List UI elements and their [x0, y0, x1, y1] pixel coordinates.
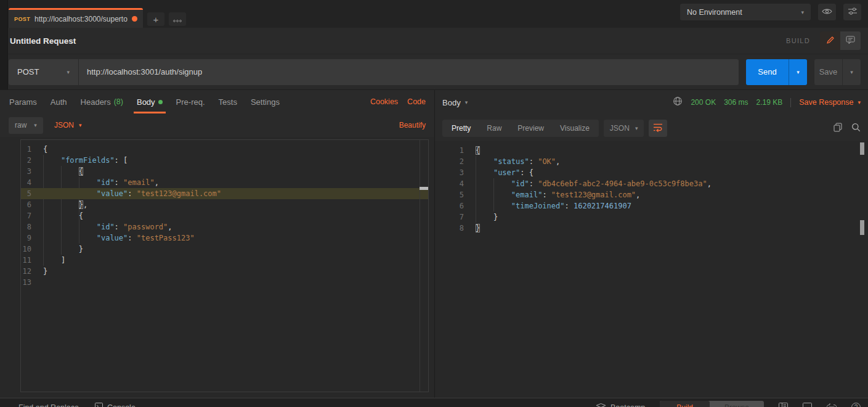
tab-tests[interactable]: Tests	[216, 90, 240, 113]
environment-selector[interactable]: No Environment ▾	[680, 4, 811, 20]
divider	[790, 98, 791, 107]
beautify-link[interactable]: Beautify	[399, 121, 426, 130]
unsaved-changes-dot	[132, 16, 137, 22]
view-tab-visualize[interactable]: Visualize	[552, 120, 598, 137]
code-line[interactable]: 9 "value": "testPass123"	[21, 232, 428, 244]
line-number: 7	[435, 212, 464, 223]
send-button[interactable]: Send	[746, 59, 789, 85]
method-selected-label: POST	[17, 67, 39, 76]
view-tab-preview[interactable]: Preview	[509, 120, 552, 137]
tab-params[interactable]: Params	[6, 90, 40, 113]
save-button[interactable]: Save	[814, 59, 842, 85]
code-line[interactable]: 1{	[435, 145, 868, 156]
line-number: 6	[21, 199, 31, 210]
request-tab[interactable]: POST http://localhost:3000/supertok...	[9, 8, 143, 28]
code-line[interactable]: 11 ]	[21, 255, 428, 266]
code-line[interactable]: 8}	[435, 223, 868, 234]
keyboard-shortcuts-button[interactable]	[827, 403, 837, 407]
code-line[interactable]: 7 {	[21, 210, 428, 221]
tab-headers[interactable]: Headers(8)	[78, 90, 126, 113]
request-tab-title: http://localhost:3000/supertok...	[34, 15, 128, 23]
request-name[interactable]: Untitled Request	[10, 36, 76, 46]
environment-quick-look-button[interactable]	[818, 4, 836, 20]
edit-mode-button[interactable]	[820, 31, 840, 50]
code-line[interactable]: 2 "status": "OK",	[435, 156, 868, 167]
response-size-badge[interactable]: 2.19 KB	[756, 98, 783, 107]
body-format-selector[interactable]: JSON ▾	[54, 121, 82, 130]
body-type-selector[interactable]: raw ▾	[9, 117, 43, 134]
wrap-text-icon	[653, 123, 663, 134]
body-format-label: JSON	[54, 121, 74, 130]
code-line[interactable]: 1{	[21, 144, 428, 155]
code-text: "id": "password",	[31, 221, 172, 232]
comments-button[interactable]	[840, 31, 861, 50]
response-view-tabs: PrettyRawPreviewVisualize	[442, 120, 599, 137]
code-line[interactable]: 6 },	[21, 199, 428, 210]
save-options-button[interactable]: ▾	[842, 59, 861, 85]
wrap-text-button[interactable]	[649, 120, 667, 137]
request-body-editor[interactable]: 1{2 "formFields": [3 {4 "id": "email",5 …	[20, 139, 429, 392]
browse-toggle[interactable]: Browse	[710, 401, 764, 407]
find-and-replace-button[interactable]: Find and Replace	[18, 403, 79, 407]
chevron-down-icon: ▾	[34, 122, 37, 128]
code-link[interactable]: Code	[407, 97, 426, 106]
code-line[interactable]: 3 "user": {	[435, 167, 868, 178]
response-body-label: Body	[442, 98, 461, 107]
cookies-link[interactable]: Cookies	[370, 97, 398, 106]
request-tab-links: Cookies Code	[370, 97, 426, 106]
url-input[interactable]	[79, 59, 739, 85]
view-tab-pretty[interactable]: Pretty	[444, 120, 479, 137]
line-number: 12	[21, 266, 31, 277]
code-line[interactable]: 10 }	[21, 244, 428, 255]
code-line[interactable]: 8 "id": "password",	[21, 221, 428, 232]
line-number: 1	[435, 145, 464, 156]
code-line[interactable]: 5 "value": "test123@gmail.com"	[21, 188, 428, 199]
two-pane-view-button[interactable]	[779, 403, 788, 407]
copy-response-button[interactable]	[834, 123, 842, 134]
scrollbar-marker	[860, 142, 864, 155]
bottom-panel-button[interactable]	[803, 403, 812, 407]
method-selector[interactable]: POST ▾	[9, 59, 79, 85]
view-tab-raw[interactable]: Raw	[479, 120, 509, 137]
response-format-selector[interactable]: JSON ▾	[604, 120, 644, 137]
build-toggle[interactable]: Build	[660, 401, 710, 407]
response-body-selector[interactable]: Body ▾	[442, 98, 468, 107]
code-line[interactable]: 6 "timeJoined": 1620217461907	[435, 200, 868, 212]
tab-body[interactable]: Body	[134, 90, 166, 113]
code-line[interactable]: 4 "id": "email",	[21, 177, 428, 188]
tab-options-button[interactable]	[169, 12, 186, 26]
tab-settings[interactable]: Settings	[248, 90, 283, 113]
code-line[interactable]: 12}	[21, 266, 428, 277]
code-line[interactable]: 4 "id": "db4c6ebf-abc2-4964-abe9-0c53c9f…	[435, 178, 868, 189]
code-line[interactable]: 7 }	[435, 212, 868, 223]
code-line[interactable]: 3 {	[21, 166, 428, 177]
save-response-button[interactable]: Save Response ▾	[799, 98, 861, 107]
search-response-button[interactable]	[851, 123, 861, 134]
sidebar-collapsed-strip[interactable]	[0, 0, 8, 89]
active-tab-underline	[134, 112, 166, 113]
console-button[interactable]: Console	[95, 403, 136, 407]
tab-auth[interactable]: Auth	[47, 90, 70, 113]
tab-label: Params	[9, 97, 37, 107]
network-globe-icon[interactable]	[673, 96, 683, 109]
code-text: {	[31, 166, 83, 177]
request-method-badge: POST	[14, 16, 30, 22]
code-line[interactable]: 13	[21, 277, 428, 288]
environment-settings-button[interactable]	[843, 4, 861, 20]
response-time-badge[interactable]: 306 ms	[724, 98, 748, 107]
editor-scrollbar[interactable]	[420, 140, 428, 392]
new-tab-button[interactable]: +	[147, 12, 164, 26]
status-badge[interactable]: 200 OK	[691, 98, 716, 107]
find-and-replace-label: Find and Replace	[18, 403, 79, 407]
tab-pre-req[interactable]: Pre-req.	[173, 90, 208, 113]
bootcamp-label: Bootcamp	[610, 403, 645, 407]
bootcamp-button[interactable]: Bootcamp	[596, 403, 645, 407]
mode-segment	[820, 31, 861, 50]
code-line[interactable]: 2 "formFields": [	[21, 155, 428, 166]
response-body-editor[interactable]: 1{2 "status": "OK",3 "user": {4 "id": "d…	[435, 141, 868, 398]
code-line[interactable]: 5 "email": "test123@gmail.com",	[435, 189, 868, 200]
send-options-button[interactable]: ▾	[789, 59, 807, 85]
help-button[interactable]: ?	[851, 403, 861, 407]
environment-selected-label: No Environment	[687, 8, 742, 17]
code-text: {	[31, 144, 47, 155]
